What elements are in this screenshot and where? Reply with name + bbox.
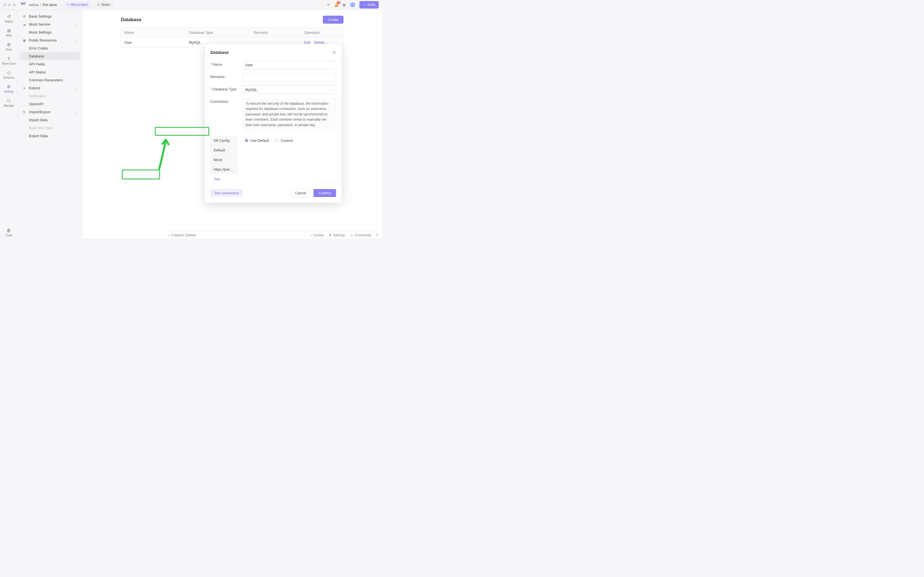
status-bar: ‹ Collapse Sidebar ○Cookie ⚙Settings ☺Co… [165,231,382,239]
chevron-left-icon: ‹ [168,233,170,237]
label-connection: Connection [210,100,229,103]
connection-notice: To ensure the security of the database, … [242,98,336,131]
remarks-input[interactable] [242,73,336,82]
conn-tab-url[interactable]: https://pet… [210,164,238,174]
sidebar-item-api-fields[interactable]: API Fields [20,60,80,68]
dbtype-value: MySQL [245,88,257,92]
sidebar-item-public-resources[interactable]: ▣Public Resources⌄ [20,36,80,44]
sidebar-item-import-data[interactable]: Import Data [20,116,80,124]
test-connection-button[interactable]: Test connection [210,189,243,197]
name-input[interactable] [242,61,336,69]
dbtype-select[interactable]: MySQL ⌄ [242,85,336,94]
svg-point-3 [24,3,24,3]
edit-link[interactable]: Edit [304,40,310,45]
sync-icon[interactable]: ⟳ [327,3,330,7]
share-icon: ⇪ [97,3,100,6]
community-icon: ☺ [350,233,353,237]
footer-help[interactable]: ? [376,233,378,237]
cell-name: User [124,40,189,45]
new-project-button[interactable]: + New project [64,2,91,8]
sharedocs-icon: ⇪ [7,56,11,61]
conn-tab-test[interactable]: Test [210,174,238,184]
footer-community[interactable]: ☺Community [350,233,371,237]
cancel-button[interactable]: Cancel [291,189,311,197]
help-icon: ? [376,233,378,237]
rail-settings[interactable]: ⚙Settings [2,82,16,95]
delete-link[interactable]: Delete [314,40,325,45]
sidebar-item-database[interactable]: Database [20,52,80,60]
sidebar: ⚙Basic Settings ☁Mock Service⌄ Mock Sett… [18,10,82,239]
table-header: Name Database Type Remarks Operation [121,28,343,37]
rail-tests[interactable]: ⚙Tests [2,40,16,53]
cloud-icon: ☁ [23,23,27,26]
radio-icon [275,139,279,142]
sidebar-item-export-data[interactable]: Export Data [20,132,80,140]
import-icon: ⇅ [23,110,27,114]
annotation-highlight-radio [155,127,209,136]
sidebar-item-realtime-sync: Real-time Sync [20,124,80,132]
radio-use-default[interactable]: Use Default [244,139,269,143]
close-icon[interactable]: ✕ [333,50,336,55]
traffic-close[interactable] [3,3,6,6]
col-operation: Operation [304,31,340,35]
conn-tab-default[interactable]: Default [210,145,238,155]
cell-remarks [254,40,304,45]
sidebar-item-import-export[interactable]: ⇅Import/Export⌄ [20,108,80,116]
invite-button[interactable]: ＋ Invite [359,1,379,8]
traffic-min[interactable] [8,3,11,6]
panel-icon[interactable]: ▣ [342,3,346,7]
window-traffic-lights [3,3,16,6]
sidebar-item-extend[interactable]: ✦Extend⌄ [20,84,80,92]
sidebar-item-api-status[interactable]: API Status [20,68,80,76]
bell-icon[interactable]: 🔔8 [334,3,339,7]
footer-cookie[interactable]: ○Cookie [310,233,324,237]
sidebar-item-openapi[interactable]: OpenAPI [20,100,80,108]
notification-badge: 8 [337,1,341,5]
radio-custom[interactable]: Custom [275,139,293,143]
sidebar-item-mock-service[interactable]: ☁Mock Service⌄ [20,20,80,28]
annotation-arrow [154,136,170,172]
history-icon: ↺ [7,14,11,19]
sidebar-item-basic-settings[interactable]: ⚙Basic Settings [20,12,80,20]
avatar[interactable] [349,2,355,8]
chevron-down-icon: ⌄ [331,88,333,92]
sidebar-item-mock-settings[interactable]: Mock Settings [20,28,80,36]
rail-schemas[interactable]: ◇Schemas [2,68,16,81]
settings-icon: ⚙ [7,84,11,89]
rail-trash[interactable]: 🗑Trash [2,226,16,239]
sidebar-item-error-codes[interactable]: Error Codes [20,44,80,52]
create-button[interactable]: Create [323,16,344,24]
rail-apis[interactable]: ⊞APIs [2,26,16,39]
conn-tab-dft[interactable]: Dft Config [210,136,238,145]
share-label: Share [101,3,110,6]
breadcrumb-project[interactable]: Pet store [43,3,57,7]
topbar: selina / Pet store ⌄ + New project ⇪ Sha… [0,0,382,10]
footer-settings[interactable]: ⚙Settings [329,233,345,237]
confirm-button[interactable]: Confirm [313,189,336,197]
trash-icon: 🗑 [6,228,11,233]
annotation-highlight-test-tab [122,169,160,179]
tests-icon: ⚙ [7,42,11,47]
sidebar-item-common-parameters[interactable]: Common Parameters [20,76,80,84]
new-project-label: New project [70,3,88,6]
content-area: Database Create Name Database Type Remar… [82,10,382,239]
app-logo-icon [20,1,26,8]
modal-title: Database [210,50,229,55]
chevron-down-icon[interactable]: ⌄ [58,3,61,6]
rail-history[interactable]: ↺History [2,12,16,25]
rail-sharedocs[interactable]: ⇪Share Docs [2,55,16,67]
share-button[interactable]: ⇪ Share [94,2,113,8]
col-type: Database Type [189,31,254,35]
collapse-sidebar-button[interactable]: ‹ Collapse Sidebar [168,233,196,237]
conn-tab-mock[interactable]: Mock [210,155,238,164]
col-remarks: Remarks [254,31,304,35]
plus-icon: + [67,3,69,6]
cube-icon: ▣ [23,39,27,42]
traffic-max[interactable] [13,3,16,6]
breadcrumb-sep: / [40,3,41,7]
gear-icon: ⚙ [23,15,27,18]
rail-manage[interactable]: ⚇Manage [2,97,16,109]
breadcrumb-account[interactable]: selina [29,3,38,7]
chevron-down-icon: ⌄ [74,86,77,90]
label-remarks: Remarks [210,75,225,79]
